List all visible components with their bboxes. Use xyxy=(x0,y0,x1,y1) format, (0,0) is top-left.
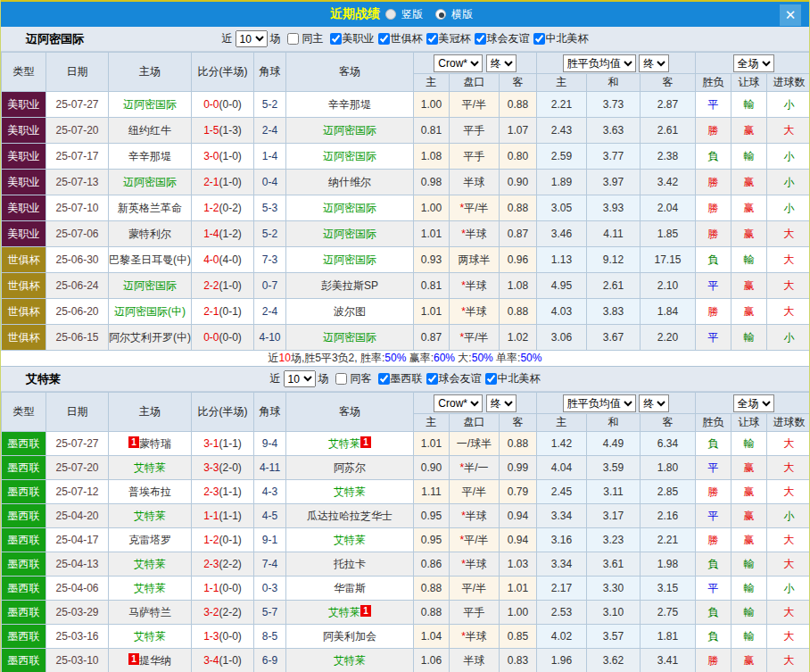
team-link[interactable]: 艾特莱 xyxy=(328,437,360,450)
league-checkbox[interactable] xyxy=(330,33,342,45)
avg-home-cell: 2.17 xyxy=(537,577,587,601)
league-checkbox-label[interactable]: 中北美杯 xyxy=(546,32,589,45)
result-goals-cell: 小 xyxy=(767,504,810,528)
type-cell: 世俱杯 xyxy=(2,299,46,325)
avg-draw-cell: 3.62 xyxy=(587,649,641,672)
team-link[interactable]: 蒙特利尔 xyxy=(128,228,171,240)
team-link[interactable]: 马萨特兰 xyxy=(128,606,171,618)
team-link[interactable]: 艾特莱 xyxy=(134,630,166,643)
full-match-select[interactable]: 全场 xyxy=(733,394,774,412)
team-link[interactable]: 艾特莱 xyxy=(328,606,360,618)
team-link[interactable]: 蒙特瑞 xyxy=(139,437,171,450)
horizontal-layout-radio[interactable] xyxy=(435,9,446,20)
team-link[interactable]: 克雷塔罗 xyxy=(128,534,171,546)
odds-stage-select[interactable]: 终 xyxy=(486,54,517,72)
team-link[interactable]: 阿苏尔 xyxy=(334,461,366,474)
vertical-layout-radio[interactable] xyxy=(385,9,396,20)
league-checkbox-label[interactable]: 美职业 xyxy=(343,32,375,45)
team-link[interactable]: 迈阿密国际 xyxy=(123,279,177,292)
result-goals-cell: 小 xyxy=(767,195,810,221)
league-checkbox[interactable] xyxy=(426,33,438,45)
team-section: 迈阿密国际 近 10 场 同主 美职业世俱杯美冠杯球会友谊中北美杯 类型 日期 xyxy=(1,27,809,367)
team-link[interactable]: 迈阿密国际 xyxy=(123,176,177,188)
corner-cell: 6-9 xyxy=(254,649,286,672)
team-link[interactable]: 阿美利加会 xyxy=(323,630,376,643)
team-link[interactable]: 艾特莱 xyxy=(334,485,366,498)
vertical-layout-label[interactable]: 竖版 xyxy=(401,7,423,22)
team-link[interactable]: 华雷斯 xyxy=(334,582,366,594)
league-checkbox-label[interactable]: 墨西联 xyxy=(391,372,423,385)
league-checkbox[interactable] xyxy=(475,33,486,45)
team-link[interactable]: 艾特莱 xyxy=(134,510,166,522)
avg-home-cell: 1.96 xyxy=(537,649,587,672)
horizontal-layout-label[interactable]: 横版 xyxy=(451,7,473,22)
league-checkbox-label[interactable]: 中北美杯 xyxy=(498,372,541,385)
team-link[interactable]: 迈阿密国际 xyxy=(323,150,376,162)
team-link[interactable]: 迈阿密国际 xyxy=(123,98,177,111)
home-team-cell: 马萨特兰 xyxy=(109,601,192,625)
team-link[interactable]: 辛辛那堤 xyxy=(328,98,371,111)
league-checkbox[interactable] xyxy=(378,33,390,45)
league-checkbox-label[interactable]: 球会友谊 xyxy=(487,32,530,45)
team-link[interactable]: 艾特莱 xyxy=(334,654,366,667)
team-link[interactable]: 瓜达拉哈拉芝华士 xyxy=(307,510,393,522)
team-link[interactable]: 艾特莱 xyxy=(134,582,166,594)
team-link[interactable]: 艾特莱 xyxy=(334,534,366,546)
team-link[interactable]: 迈阿密国际 xyxy=(323,228,376,240)
full-match-select[interactable]: 全场 xyxy=(733,54,774,72)
summary-text: 胜率: xyxy=(360,352,384,364)
team-link[interactable]: 迈阿密国际 xyxy=(323,124,376,137)
handicap-cell: 两球半 xyxy=(450,247,500,273)
league-checkbox-label[interactable]: 球会友谊 xyxy=(439,372,482,385)
team-link[interactable]: 迈阿密国际 xyxy=(323,253,376,266)
result-wdl-cell: 勝 xyxy=(696,649,731,672)
team-link[interactable]: 艾特莱 xyxy=(134,461,166,474)
fulltime-score: 1-1 xyxy=(203,510,219,522)
bookmaker-select[interactable]: Crow* xyxy=(434,54,483,72)
odds-group-header: Crow* 终 xyxy=(414,393,537,414)
team-link[interactable]: 托拉卡 xyxy=(334,558,366,570)
team-link[interactable]: 迈阿密国际(中) xyxy=(114,305,186,318)
avg-home-cell: 2.59 xyxy=(537,144,587,170)
col-let: 让球 xyxy=(731,74,767,92)
team-link[interactable]: 提华纳 xyxy=(139,654,171,667)
summary-text: 10 xyxy=(279,352,291,364)
team-link[interactable]: 新英格兰革命 xyxy=(118,202,182,214)
same-venue-checkbox[interactable] xyxy=(335,373,347,385)
team-link[interactable]: 辛辛那堤 xyxy=(128,150,171,162)
league-checkbox[interactable] xyxy=(378,373,390,385)
avg-stage-select[interactable]: 终 xyxy=(639,54,669,72)
team-link[interactable]: 波尔图 xyxy=(334,305,366,318)
wdl-avg-select[interactable]: 胜平负均值 xyxy=(563,394,636,412)
avg-away-cell: 2.04 xyxy=(641,195,696,221)
odds-stage-select[interactable]: 终 xyxy=(486,394,517,412)
league-checkbox-label[interactable]: 美冠杯 xyxy=(439,32,471,45)
avg-stage-select[interactable]: 终 xyxy=(639,394,669,412)
wdl-avg-select[interactable]: 胜平负均值 xyxy=(563,54,636,72)
bookmaker-select[interactable]: Crow* xyxy=(434,394,483,412)
score-cell: 2-3(2-2) xyxy=(192,552,254,577)
team-link[interactable]: 巴黎圣日耳曼(中) xyxy=(109,253,191,266)
league-checkbox[interactable] xyxy=(485,373,497,385)
team-link[interactable]: 纽约红牛 xyxy=(128,124,171,137)
col-odds-home: 主 xyxy=(414,414,450,432)
score-cell: 2-2(1-0) xyxy=(192,273,254,299)
near-count-select[interactable]: 10 xyxy=(236,30,268,47)
team-link[interactable]: 纳什维尔 xyxy=(328,176,371,188)
team-link[interactable]: 艾特莱 xyxy=(134,558,166,570)
same-venue-checkbox[interactable] xyxy=(287,33,299,45)
matches-tbody: 墨西联25-07-271蒙特瑞3-1(1-1)9-4艾特莱11.01一/球半0.… xyxy=(2,432,810,672)
team-link[interactable]: 迈阿密国际 xyxy=(323,202,376,214)
corner-cell: 2-4 xyxy=(254,118,286,144)
team-link[interactable]: 普埃布拉 xyxy=(128,485,171,498)
away-team-cell: 艾特莱1 xyxy=(286,601,414,625)
league-checkbox-label[interactable]: 世俱杯 xyxy=(391,32,423,45)
team-link[interactable]: 迈阿密国际 xyxy=(323,331,376,344)
avg-home-cell: 3.34 xyxy=(537,504,587,528)
close-button[interactable]: ✕ xyxy=(780,4,801,26)
league-checkbox[interactable] xyxy=(426,373,438,385)
league-checkbox[interactable] xyxy=(533,33,545,45)
team-link[interactable]: 彭美拉斯SP xyxy=(321,279,378,292)
near-count-select[interactable]: 10 xyxy=(284,370,316,387)
team-link[interactable]: 阿尔艾利开罗(中) xyxy=(109,331,191,344)
